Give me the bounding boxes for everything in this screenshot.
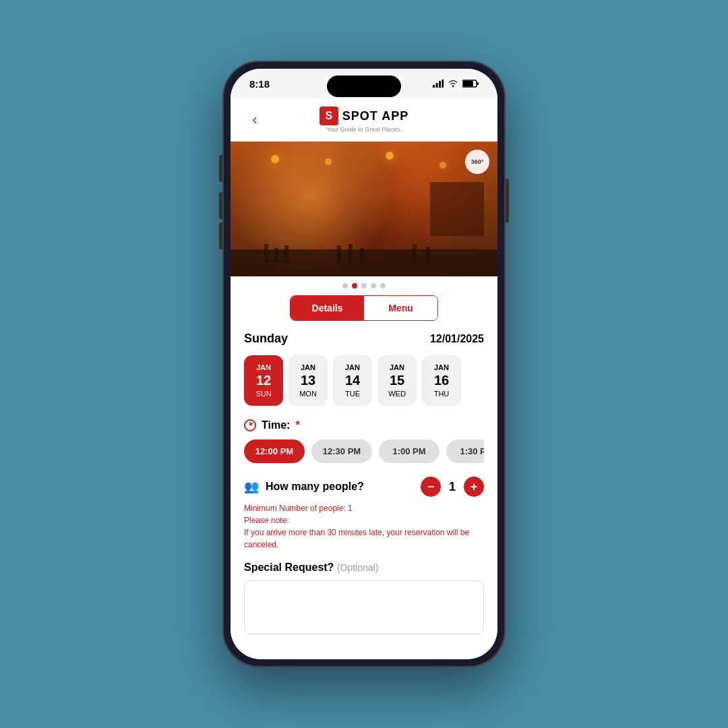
phone-frame: 8:18	[222, 61, 506, 667]
day-date-row: Sunday 12/01/2025	[244, 332, 484, 346]
cal-num-1: 13	[301, 373, 315, 388]
people-icon: 👥	[244, 479, 259, 494]
tab-details[interactable]: Details	[291, 296, 364, 320]
app-tagline: Your Guide to Great Places.	[326, 126, 402, 133]
logo-title: S SPOT APP	[320, 107, 408, 125]
cal-num-4: 16	[434, 373, 449, 388]
cal-name-2: TUE	[345, 390, 360, 398]
special-request-label: Special Request? (Optional)	[244, 562, 484, 574]
day-label: Sunday	[244, 332, 288, 346]
people-controls: − 1 +	[421, 477, 484, 497]
people-label: How many people?	[266, 481, 364, 493]
svg-point-4	[452, 86, 454, 88]
calendar-strip: JAN 12 SUN JAN 13 MON JAN 14 TUE	[244, 355, 484, 406]
phone-screen: 8:18	[231, 69, 497, 659]
clock-icon	[244, 419, 256, 431]
time-section-label: Time: *	[244, 419, 484, 431]
special-request-section: Special Request? (Optional)	[244, 562, 484, 650]
app-name: SPOT APP	[342, 109, 408, 123]
decrease-people-button[interactable]: −	[421, 477, 441, 497]
notice-line-1: Please note:	[244, 514, 484, 526]
special-request-input[interactable]	[244, 580, 484, 634]
cal-name-1: MON	[299, 390, 317, 398]
dot-5[interactable]	[380, 283, 386, 289]
time-slot-0[interactable]: 12:00 PM	[244, 439, 305, 463]
back-button[interactable]: ‹	[244, 109, 266, 131]
svg-rect-2	[439, 81, 441, 88]
date-label: 12/01/2025	[430, 333, 484, 345]
notice-line-3: canceled.	[244, 539, 484, 551]
svg-rect-6	[463, 81, 473, 86]
cal-day-3[interactable]: JAN 15 WED	[377, 355, 417, 406]
svg-rect-1	[436, 83, 438, 88]
notice-text: Minimum Number of people: 1 Please note:…	[244, 502, 484, 551]
cal-month-2: JAN	[345, 363, 360, 371]
cal-month-0: JAN	[256, 363, 271, 371]
time-slot-1[interactable]: 12:30 PM	[311, 439, 372, 463]
cal-month-4: JAN	[434, 363, 449, 371]
svg-rect-7	[477, 82, 479, 85]
people-row: 👥 How many people? − 1 +	[244, 477, 484, 497]
cal-day-1[interactable]: JAN 13 MON	[289, 355, 328, 406]
cal-num-0: 12	[256, 373, 271, 388]
view-360-button[interactable]: 360°	[465, 150, 489, 174]
people-count: 1	[449, 480, 456, 494]
cal-name-3: WED	[388, 390, 406, 398]
battery-icon	[462, 80, 479, 88]
dot-3[interactable]	[361, 283, 367, 289]
cal-name-0: SUN	[255, 390, 271, 398]
signal-icon	[433, 80, 444, 88]
time-slot-3[interactable]: 1:30 PM	[446, 439, 484, 463]
svg-rect-3	[442, 80, 444, 88]
svg-rect-0	[433, 85, 435, 88]
time-strip: 12:00 PM 12:30 PM 1:00 PM 1:30 PM 2:00 P…	[244, 439, 484, 463]
cal-name-4: THU	[434, 390, 450, 398]
home-indicator	[231, 650, 497, 659]
logo-icon: S	[320, 107, 338, 125]
status-bar: 8:18	[231, 69, 497, 98]
tabs-wrapper: Details Menu	[290, 295, 438, 321]
cal-day-2[interactable]: JAN 14 TUE	[333, 355, 372, 406]
logo-area: S SPOT APP Your Guide to Great Places.	[320, 107, 408, 133]
notice-line-2: If you arrive more than 30 minutes late,…	[244, 526, 484, 539]
optional-text: (Optional)	[337, 562, 378, 573]
notice-line-0: Minimum Number of people: 1	[244, 502, 484, 514]
cal-day-4[interactable]: JAN 16 THU	[422, 355, 461, 406]
app-header: ‹ S SPOT APP Your Guide to Great Places.	[231, 98, 497, 142]
time-label-text: Time:	[262, 419, 290, 431]
people-section: 👥 How many people? − 1 + Minimum Number …	[244, 477, 484, 551]
cal-day-0[interactable]: JAN 12 SUN	[244, 355, 283, 406]
status-icons	[433, 80, 479, 88]
status-time: 8:18	[249, 78, 270, 90]
image-dots	[231, 276, 497, 295]
increase-people-button[interactable]: +	[464, 477, 484, 497]
tabs-container: Details Menu	[231, 295, 497, 332]
restaurant-image: 360°	[231, 142, 497, 276]
dot-4[interactable]	[371, 283, 376, 289]
cal-month-1: JAN	[301, 363, 315, 371]
app-content: ‹ S SPOT APP Your Guide to Great Places.	[231, 98, 497, 659]
required-star: *	[295, 419, 299, 431]
tab-menu[interactable]: Menu	[364, 296, 437, 320]
cal-num-2: 14	[345, 373, 360, 388]
cal-num-3: 15	[390, 373, 404, 388]
dynamic-island	[327, 75, 401, 97]
wifi-icon	[448, 80, 458, 88]
dot-1[interactable]	[342, 283, 348, 289]
details-content: Sunday 12/01/2025 JAN 12 SUN JAN 13 MON	[231, 332, 497, 650]
cal-month-3: JAN	[390, 363, 404, 371]
time-slot-2[interactable]: 1:00 PM	[379, 439, 439, 463]
dot-2[interactable]	[352, 283, 357, 289]
